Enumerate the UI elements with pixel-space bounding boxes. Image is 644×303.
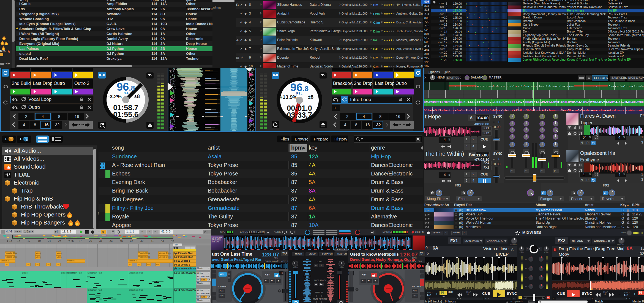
svg-text:s: s bbox=[26, 139, 28, 141]
